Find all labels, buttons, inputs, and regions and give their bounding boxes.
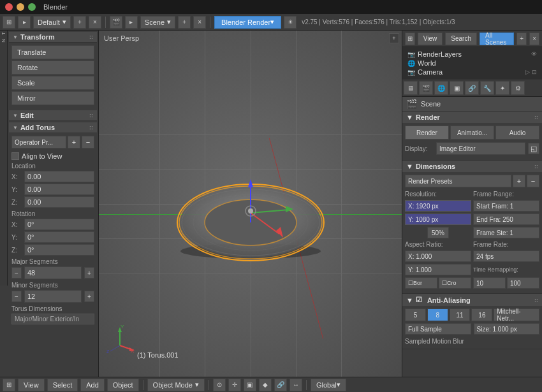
major-segments-inc[interactable]: + — [84, 267, 94, 279]
add-menu-btn[interactable]: Add — [80, 379, 105, 391]
aa-btn-16[interactable]: 16 — [471, 309, 492, 321]
tree-item-camera[interactable]: 📷 Camera ▷ ⊡ — [405, 68, 539, 76]
viewport[interactable]: User Persp — [99, 31, 402, 377]
frame-rate-field[interactable]: 24 fps — [473, 250, 539, 262]
all-scenes-tab[interactable]: All Scenes — [480, 33, 514, 45]
world-tab[interactable]: 🌐 — [434, 81, 448, 95]
aa-filter-dropdown[interactable]: Mitchell-Netr... — [494, 309, 539, 321]
render-subtab-audio[interactable]: Audio — [495, 126, 539, 140]
minor-segments-field[interactable]: 12 — [24, 290, 82, 303]
remove-layout-btn[interactable]: × — [89, 16, 101, 29]
view-menu-btn[interactable]: View — [18, 379, 45, 391]
display-settings-icon[interactable]: ◱ — [528, 143, 539, 154]
render-icon[interactable]: ☀ — [284, 16, 297, 29]
mirror-btn[interactable]: Mirror — [11, 91, 94, 105]
scene-icon[interactable]: 🎬 — [110, 16, 122, 29]
render-subtab-animation[interactable]: Animatio... — [450, 126, 494, 140]
aa-btn-8[interactable]: 8 — [427, 309, 448, 321]
sample-size-field[interactable]: Size: 1.000 px — [474, 323, 540, 335]
render-engine-dropdown[interactable]: Blender Render ▾ — [214, 16, 281, 29]
border-checkbox-area[interactable]: ☐ Bor — [405, 277, 437, 289]
aspect-y-field[interactable]: Y: 1.000 — [405, 264, 471, 275]
select-menu-btn[interactable]: Select — [47, 379, 78, 391]
outliner-settings-btn[interactable]: + — [516, 33, 527, 45]
grid-icon[interactable]: ⊞ — [3, 16, 15, 29]
viewport-icon[interactable]: ⊞ — [3, 379, 15, 391]
aa-btn-5[interactable]: 5 — [405, 309, 426, 321]
origin-icon[interactable]: ⊙ — [213, 379, 226, 391]
minor-segments-dec[interactable]: − — [11, 291, 22, 302]
start-frame-field[interactable]: Start Fram: 1 — [473, 200, 539, 212]
scene-dropdown[interactable]: Scene ▾ — [140, 16, 175, 29]
tools-tab[interactable]: T — [1, 32, 6, 35]
presets-dropdown[interactable]: Render Presets — [405, 175, 511, 187]
add-scene-btn[interactable]: + — [178, 16, 191, 29]
object-mode-dropdown[interactable]: Object Mode ▾ — [147, 379, 205, 391]
physics-tab[interactable]: ⚙ — [511, 81, 525, 95]
add-preset-btn[interactable]: + — [68, 136, 80, 149]
n-tab[interactable]: N — [1, 39, 6, 43]
snap-icon[interactable]: 🔗 — [274, 379, 287, 391]
rotation-z-field[interactable]: 0° — [24, 244, 94, 256]
full-sample-field[interactable]: Full Sample — [405, 323, 471, 335]
location-z-field[interactable]: 0.00 — [24, 196, 94, 208]
percent-btn[interactable]: 50% — [427, 227, 449, 238]
arrow-icon[interactable]: ▸ — [18, 16, 31, 29]
dimensions-header[interactable]: ▼ Dimensions :: — [402, 161, 542, 172]
render-subtab-render[interactable]: Render — [405, 126, 449, 140]
resolution-x-field[interactable]: X: 1920 px — [405, 200, 471, 212]
add-preset-btn[interactable]: + — [513, 175, 525, 187]
major-segments-field[interactable]: 48 — [24, 266, 82, 279]
minor-segments-inc[interactable]: + — [84, 291, 94, 302]
modifiers-tab[interactable]: 🔧 — [480, 81, 494, 95]
location-x-field[interactable]: 0.00 — [24, 171, 94, 182]
major-segments-dec[interactable]: − — [11, 267, 22, 279]
layout-dropdown[interactable]: Default ▾ — [33, 16, 71, 29]
particles-tab[interactable]: ✦ — [495, 81, 509, 95]
render-tab[interactable]: 🖥 — [404, 81, 418, 95]
end-frame-field[interactable]: End Fra: 250 — [473, 214, 539, 225]
transform-header[interactable]: ▼ Transform :: — [9, 32, 97, 43]
display-dropdown[interactable]: Image Editor — [436, 142, 525, 155]
minimize-btn[interactable] — [17, 3, 24, 11]
outliner-icon[interactable]: ⊞ — [405, 33, 415, 45]
align-checkbox[interactable] — [11, 152, 19, 160]
scene-tab[interactable]: 🎬 — [419, 81, 433, 95]
aspect-x-field[interactable]: X: 1.000 — [405, 250, 471, 262]
operator-preset-dropdown[interactable]: Operator Pr... — [11, 136, 66, 149]
manipulator-icon[interactable]: ✛ — [228, 379, 241, 391]
keyframe-icon[interactable]: ◆ — [259, 379, 272, 391]
tree-item-world[interactable]: 🌐 World — [405, 59, 539, 68]
add-torus-header[interactable]: ▼ Add Torus :: — [9, 122, 97, 133]
timeremap-old[interactable]: 10 — [473, 277, 506, 289]
rotation-y-field[interactable]: 0° — [24, 231, 94, 243]
transform-icon[interactable]: ↔ — [289, 379, 302, 391]
search-tab[interactable]: Search — [445, 33, 477, 45]
close-btn[interactable] — [5, 3, 13, 11]
crop-checkbox-area[interactable]: ☐ Cro — [439, 277, 471, 289]
layers-icon[interactable]: ▣ — [244, 379, 256, 391]
viewport-maximize-btn[interactable]: + — [389, 33, 399, 43]
view-tab[interactable]: View — [418, 33, 443, 45]
edit-header[interactable]: ▼ Edit :: — [9, 110, 97, 121]
scene-arrow-icon[interactable]: ▸ — [125, 16, 138, 29]
aa-btn-11[interactable]: 11 — [450, 309, 471, 321]
global-dropdown[interactable]: Global ▾ — [311, 379, 346, 391]
render-header[interactable]: ▼ Render :: — [402, 112, 542, 123]
anti-aliasing-header[interactable]: ▼ ☑ Anti-Aliasing :: — [402, 294, 542, 306]
timeremap-new[interactable]: 100 — [507, 277, 539, 289]
constraints-tab[interactable]: 🔗 — [465, 81, 479, 95]
object-tab[interactable]: ▣ — [450, 81, 464, 95]
add-layout-btn[interactable]: + — [73, 16, 86, 29]
rotate-btn[interactable]: Rotate — [11, 61, 94, 75]
translate-btn[interactable]: Translate — [11, 45, 94, 59]
remove-scene-btn[interactable]: × — [193, 16, 206, 29]
resolution-y-field[interactable]: Y: 1080 px — [405, 214, 471, 225]
tree-item-renderlayers[interactable]: 📷 RenderLayers 👁 — [405, 50, 539, 59]
scale-btn[interactable]: Scale — [11, 76, 94, 90]
frame-step-field[interactable]: Frame Ste: 1 — [473, 227, 539, 238]
outliner-close-btn[interactable]: × — [529, 33, 539, 45]
maximize-btn[interactable] — [28, 3, 36, 11]
remove-preset-btn[interactable]: − — [82, 136, 94, 149]
object-menu-btn[interactable]: Object — [107, 379, 139, 391]
